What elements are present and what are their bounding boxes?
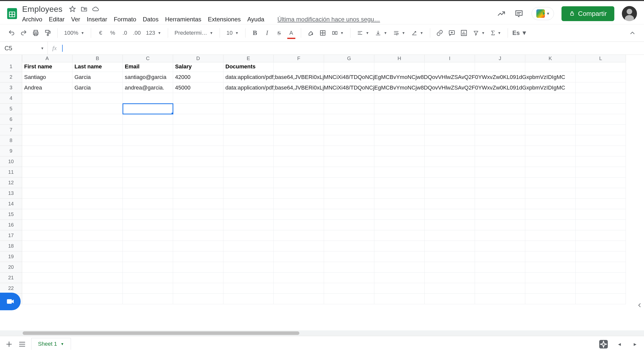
- cell[interactable]: [223, 135, 274, 146]
- cell[interactable]: [173, 199, 223, 209]
- cell[interactable]: [525, 273, 576, 283]
- row-header[interactable]: 20: [0, 262, 22, 273]
- cell[interactable]: [425, 230, 475, 241]
- cell[interactable]: [374, 209, 425, 220]
- text-wrap-dropdown[interactable]: ▼: [391, 30, 407, 36]
- cell[interactable]: [324, 156, 374, 167]
- cell[interactable]: [324, 188, 374, 199]
- cell[interactable]: [72, 283, 123, 294]
- cell[interactable]: [576, 146, 626, 156]
- italic-icon[interactable]: I: [262, 28, 272, 38]
- cell[interactable]: Last name: [72, 61, 123, 72]
- cell[interactable]: [576, 188, 626, 199]
- row-header[interactable]: 17: [0, 230, 22, 241]
- row-header[interactable]: 10: [0, 156, 22, 167]
- cell[interactable]: [475, 178, 525, 188]
- row-header[interactable]: 12: [0, 178, 22, 188]
- sheet-tab[interactable]: Sheet 1 ▼: [31, 338, 71, 350]
- cell[interactable]: [475, 251, 525, 262]
- cell[interactable]: [123, 146, 173, 156]
- menu-tools[interactable]: Herramientas: [165, 16, 201, 23]
- cell[interactable]: [223, 262, 274, 273]
- cell[interactable]: [324, 135, 374, 146]
- cell[interactable]: [123, 188, 173, 199]
- zoom-dropdown[interactable]: 100%▼: [62, 30, 86, 36]
- cell[interactable]: [223, 294, 274, 304]
- cell[interactable]: [123, 114, 173, 125]
- menu-data[interactable]: Datos: [143, 16, 159, 23]
- cell[interactable]: [22, 178, 72, 188]
- percent-format-icon[interactable]: %: [108, 28, 118, 38]
- cell[interactable]: [173, 220, 223, 230]
- cell[interactable]: [274, 220, 324, 230]
- cell[interactable]: [425, 61, 475, 72]
- decrease-decimal-icon[interactable]: .0: [120, 28, 130, 38]
- cell[interactable]: 42000: [173, 72, 223, 82]
- cell[interactable]: [72, 167, 123, 178]
- cell[interactable]: [173, 241, 223, 251]
- menu-edit[interactable]: Editar: [49, 16, 65, 23]
- cell[interactable]: Santiago: [22, 72, 72, 82]
- cell[interactable]: [173, 251, 223, 262]
- cell[interactable]: [274, 104, 324, 114]
- cell[interactable]: [72, 220, 123, 230]
- input-language-dropdown[interactable]: Es▼: [512, 29, 527, 36]
- cell[interactable]: [425, 209, 475, 220]
- cell[interactable]: [525, 93, 576, 104]
- cell[interactable]: [274, 283, 324, 294]
- cell[interactable]: [576, 104, 626, 114]
- text-rotation-dropdown[interactable]: ▼: [409, 30, 425, 36]
- cell[interactable]: [22, 273, 72, 283]
- cell[interactable]: [72, 241, 123, 251]
- cell[interactable]: [576, 209, 626, 220]
- row-header[interactable]: 7: [0, 125, 22, 135]
- cell[interactable]: [223, 188, 274, 199]
- cell[interactable]: [525, 61, 576, 72]
- row-header[interactable]: 22: [0, 283, 22, 294]
- cell[interactable]: [72, 262, 123, 273]
- cell[interactable]: [274, 61, 324, 72]
- cell[interactable]: [425, 125, 475, 135]
- cell[interactable]: [576, 294, 626, 304]
- cell[interactable]: Garcia: [72, 82, 123, 93]
- cell[interactable]: [425, 188, 475, 199]
- row-header[interactable]: 4: [0, 93, 22, 104]
- cell[interactable]: [324, 93, 374, 104]
- cell[interactable]: [425, 262, 475, 273]
- cell[interactable]: [525, 230, 576, 241]
- cell[interactable]: [374, 251, 425, 262]
- horizontal-align-dropdown[interactable]: ▼: [355, 30, 371, 36]
- meet-fab-button[interactable]: [0, 293, 21, 310]
- cell[interactable]: andrea@garcia.: [123, 82, 173, 93]
- increase-decimal-icon[interactable]: .00: [132, 28, 142, 38]
- merge-cells-dropdown[interactable]: ▼: [330, 30, 346, 36]
- cell[interactable]: [274, 125, 324, 135]
- cell[interactable]: [123, 251, 173, 262]
- cell[interactable]: [22, 262, 72, 273]
- cell[interactable]: [324, 125, 374, 135]
- cell[interactable]: [123, 220, 173, 230]
- cell[interactable]: [576, 230, 626, 241]
- undo-icon[interactable]: [7, 28, 17, 38]
- cell[interactable]: data:application/pdf;base64,JVBERi0xLjMN…: [223, 82, 274, 93]
- cell[interactable]: [123, 93, 173, 104]
- cell[interactable]: [475, 167, 525, 178]
- cell[interactable]: [374, 114, 425, 125]
- filter-dropdown[interactable]: ▼: [471, 30, 487, 36]
- cell[interactable]: [374, 294, 425, 304]
- cell[interactable]: [223, 125, 274, 135]
- row-header[interactable]: 21: [0, 273, 22, 283]
- cell[interactable]: [525, 104, 576, 114]
- cell[interactable]: [525, 156, 576, 167]
- row-header[interactable]: 18: [0, 241, 22, 251]
- scroll-tabs-left-icon[interactable]: ◂: [615, 340, 623, 348]
- row-header[interactable]: 13: [0, 188, 22, 199]
- menu-view[interactable]: Ver: [71, 16, 80, 23]
- cell[interactable]: data:application/pdf;base64,JVBERi0xLjMN…: [223, 72, 274, 82]
- row-header[interactable]: 11: [0, 167, 22, 178]
- account-avatar[interactable]: [622, 6, 637, 21]
- activity-icon[interactable]: [496, 9, 506, 19]
- cell[interactable]: [576, 199, 626, 209]
- cell[interactable]: [425, 220, 475, 230]
- cell[interactable]: [173, 125, 223, 135]
